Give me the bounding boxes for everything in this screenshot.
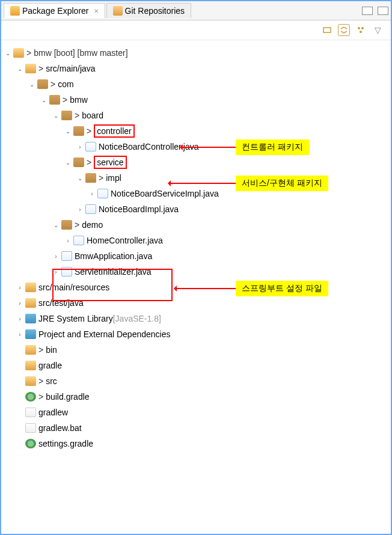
expand-icon[interactable]: ⌄ [64,127,72,135]
close-icon[interactable]: ✕ [94,8,99,14]
node-label: settings.gradle [38,439,93,448]
link-editor-button[interactable] [338,24,350,36]
node-label: src/main/java [46,64,95,73]
svg-point-3 [360,31,362,33]
expand-icon[interactable]: › [76,205,84,213]
tree-node-gradlew[interactable]: › gradlew [4,405,388,420]
toolbar: ▽ [1,20,391,40]
package-icon [61,111,72,120]
tree-node-settingsgradle[interactable]: › settings.gradle [4,436,388,451]
node-label: build.gradle [46,392,89,402]
expand-icon[interactable]: ⌄ [28,80,36,88]
node-label: com [58,79,73,89]
package-icon [73,157,84,167]
tree-node-srcmainjava[interactable]: ⌄ > src/main/java [4,61,388,76]
node-label: controller [97,127,132,136]
package-icon [73,126,84,136]
node-label: service [97,158,123,168]
source-folder-icon [25,298,36,308]
maximize-button[interactable] [378,7,388,15]
tree-node-bin[interactable]: › > bin [4,342,388,358]
tree-node-gradle[interactable]: › gradle [4,358,388,373]
minimize-button[interactable] [362,7,373,15]
node-label: gradle [38,361,62,370]
annotation-spring: 스프링부트 설정 파일 [176,281,328,296]
tab-label: Git Repositories [125,6,185,16]
gradle-icon [25,439,36,448]
expand-icon[interactable]: › [16,314,24,323]
folder-icon [25,361,36,370]
tree-node-demo[interactable]: ⌄ > demo [4,217,388,233]
tree-node-src[interactable]: › > src [4,373,388,389]
node-label: impl [106,173,121,183]
expand-icon[interactable]: ⌄ [52,111,60,120]
tree-node-service[interactable]: ⌄ > service [4,154,388,170]
annotation-label: 스프링부트 설정 파일 [236,281,328,296]
node-label: Project and External Dependencies [38,329,170,339]
library-icon [25,329,36,339]
expand-icon[interactable]: ⌄ [4,49,12,57]
gradle-icon [25,392,36,402]
package-explorer-icon [10,6,20,16]
expand-icon[interactable]: › [16,299,24,307]
expand-icon[interactable]: ⌄ [52,221,60,229]
tree-node-srctestjava[interactable]: › src/test/java [4,295,388,311]
package-icon [37,79,48,89]
svg-rect-0 [323,28,331,32]
source-folder-icon [25,283,36,292]
java-file-icon [85,204,96,214]
expand-icon[interactable]: › [76,142,84,151]
node-label: src/main/resources [38,283,109,292]
expand-icon[interactable]: › [52,252,60,260]
expand-icon[interactable]: › [64,236,72,245]
java-file-icon [61,251,72,261]
expand-icon[interactable]: ⌄ [64,158,72,167]
file-icon [25,408,36,417]
java-file-icon [61,267,72,277]
focus-button[interactable] [355,24,367,36]
expand-icon[interactable]: › [88,189,96,198]
tree-node-bmw[interactable]: ⌄ > bmw [4,92,388,108]
node-label: gradlew [38,408,68,417]
package-icon [49,95,60,105]
node-label: BmwApplication.java [75,251,152,261]
node-label: ServletInitializer.java [75,267,152,277]
file-icon [25,423,36,433]
tree-node-noticeboardimpl[interactable]: › NoticeBoardImpl.java [4,201,388,217]
tabs-bar: Package Explorer ✕ Git Repositories [1,1,391,20]
tree-node-gradlewbat[interactable]: › gradlew.bat [4,420,388,436]
annotation-label: 컨트롤러 패키지 [236,139,309,155]
tree-node-controller[interactable]: ⌄ > controller [4,123,388,139]
folder-icon [25,376,36,386]
tree-node-bmwapplication[interactable]: › BmwApplication.java [4,248,388,264]
package-icon [61,220,72,230]
tree-node-buildgradle[interactable]: › > build.gradle [4,389,388,405]
tree-node-com[interactable]: ⌄ > com [4,76,388,92]
expand-icon[interactable]: › [16,330,24,338]
tree-node-servletinitializer[interactable]: › ServletInitializer.java [4,264,388,280]
node-label: JRE System Library [38,314,113,323]
tree-node-project[interactable]: ⌄ > bmw [boot] [bmw master] [4,45,388,61]
node-label: HomeController.java [87,236,163,245]
expand-icon[interactable]: ⌄ [76,174,84,182]
package-explorer-tree: ⌄ > bmw [boot] [bmw master] ⌄ > src/main… [1,40,391,456]
expand-icon[interactable]: › [52,268,60,276]
package-icon [85,173,96,183]
tree-node-homecontroller[interactable]: › HomeController.java [4,233,388,248]
tab-git-repositories[interactable]: Git Repositories [106,3,192,18]
tree-node-projectdeps[interactable]: › Project and External Dependencies [4,326,388,342]
expand-icon[interactable]: ⌄ [16,64,24,73]
expand-icon[interactable]: ⌄ [40,96,48,104]
java-file-icon [97,189,108,198]
view-menu-button[interactable]: ▽ [372,24,384,36]
expand-icon[interactable]: › [16,283,24,292]
tree-node-jrelibrary[interactable]: › JRE System Library [JavaSE-1.8] [4,311,388,326]
tree-node-board[interactable]: ⌄ > board [4,108,388,123]
svg-point-2 [361,27,364,29]
java-file-icon [73,236,84,245]
node-label: bmw [70,95,88,105]
collapse-all-button[interactable] [321,24,333,36]
annotation-service: 서비스/구현체 패키지 [170,176,328,191]
node-label: bmw [boot] [bmw master] [34,48,127,58]
tab-package-explorer[interactable]: Package Explorer ✕ [4,3,105,18]
